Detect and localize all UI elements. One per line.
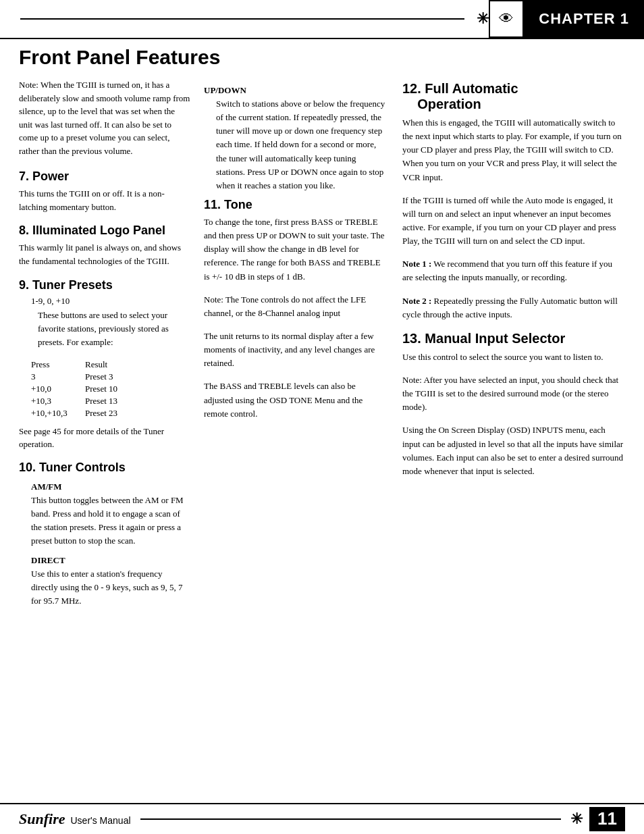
section-12-heading: 12. Full Automatic Operation <box>402 81 625 112</box>
updown-body: Switch to stations above or below the fr… <box>204 97 386 192</box>
main-content: Front Panel Features Note: When the TGII… <box>0 46 644 654</box>
direct-label: DIRECT <box>19 555 190 566</box>
note1-text: We recommend that you turn off this feat… <box>402 259 612 282</box>
eye-icon-box: 👁 <box>489 0 524 38</box>
page-header: ✳ 👁 CHAPTER 1 <box>0 0 644 39</box>
brand-name: Sunfire <box>19 810 65 828</box>
section-8-body: This warmly lit panel is always on, and … <box>19 241 190 268</box>
section-7-body: This turns the TGIII on or off. It is a … <box>19 187 190 214</box>
note2-text: Repeatedly pressing the Fully Automatic … <box>402 296 618 319</box>
tuner-presets-body: These buttons are used to select your fa… <box>19 309 190 349</box>
header-line <box>20 18 464 20</box>
preset-table: Press Result 3 Preset 3 +10,0 Preset 10 … <box>31 359 203 419</box>
section-8-heading: 8. Illuminated Logo Panel <box>19 224 190 238</box>
tuner-presets-sub: 1-9, 0, +10 <box>19 296 190 307</box>
section-13-body2: Note: After you have selected an input, … <box>402 373 625 414</box>
amfm-body: This button toggles between the AM or FM… <box>19 494 190 548</box>
section-12-body1: When this is engaged, the TGIII will aut… <box>402 116 625 184</box>
amfm-label: AM/FM <box>19 481 190 492</box>
header-right: 👁 CHAPTER 1 <box>489 0 644 38</box>
header-asterisk-icon: ✳ <box>477 11 489 26</box>
table-row: +10,0 Preset 10 <box>31 383 203 395</box>
table-row: +10,+10,3 Preset 23 <box>31 407 203 419</box>
see-page-note: See page 45 for more details of the Tune… <box>19 425 190 451</box>
table-row: 3 Preset 3 <box>31 371 203 383</box>
table-col-press: Press <box>31 359 85 371</box>
brand-area: Sunfire User's Manual <box>19 810 131 828</box>
column-1: Note: When the TGIII is turned on, it ha… <box>19 78 201 613</box>
section-11-body2: The unit returns to its normal display a… <box>204 330 386 370</box>
intro-note: Note: When the TGIII is turned on, it ha… <box>19 78 190 157</box>
updown-label: UP/DOWN <box>204 85 386 96</box>
section-12-note1: Note 1 : We recommend that you turn off … <box>402 257 625 284</box>
section-11-heading: 11. Tone <box>204 198 386 212</box>
section-11-note: Note: The Tone controls do not affect th… <box>204 293 386 320</box>
section-7-heading: 7. Power <box>19 170 190 184</box>
section-13-body1: Use this control to select the source yo… <box>402 350 625 364</box>
column-2: UP/DOWN Switch to stations above or belo… <box>201 78 397 430</box>
table-row: +10,3 Preset 13 <box>31 395 203 407</box>
section-9-heading: 9. Tuner Presets <box>19 278 190 292</box>
page: ✳ 👁 CHAPTER 1 Front Panel Features Note:… <box>0 0 644 834</box>
section-12-note2: Note 2 : Repeatedly pressing the Fully A… <box>402 294 625 321</box>
section-11-body3: The BASS and TREBLE levels can also be a… <box>204 380 386 420</box>
note1-bold: Note 1 : <box>402 259 431 269</box>
table-header-row: Press Result <box>31 359 203 371</box>
page-number: 11 <box>589 807 625 831</box>
footer-line <box>140 818 562 820</box>
footer-asterisk-icon: ✳ <box>570 810 583 828</box>
section-12-body2: If the TGIII is turned off while the Aut… <box>402 194 625 249</box>
note2-bold: Note 2 : <box>402 296 431 306</box>
header-left: ✳ <box>0 0 489 38</box>
section-13-heading: 13. Manual Input Selector <box>402 331 625 346</box>
column-3: 12. Full Automatic Operation When this i… <box>397 78 625 488</box>
direct-body: Use this to enter a station's frequency … <box>19 567 190 608</box>
eye-icon: 👁 <box>499 10 514 28</box>
page-title: Front Panel Features <box>19 46 625 69</box>
columns-layout: Note: When the TGIII is turned on, it ha… <box>19 78 625 613</box>
page-footer: Sunfire User's Manual ✳ 11 <box>0 803 644 834</box>
section-13-body3: Using the On Screen Display (OSD) INPUTS… <box>402 423 625 478</box>
section-11-body1: To change the tone, first press BASS or … <box>204 215 386 284</box>
section-10-heading: 10. Tuner Controls <box>19 461 190 475</box>
chapter-label: CHAPTER 1 <box>524 0 644 38</box>
manual-label: User's Manual <box>70 815 130 826</box>
table-col-result: Result <box>85 359 203 371</box>
